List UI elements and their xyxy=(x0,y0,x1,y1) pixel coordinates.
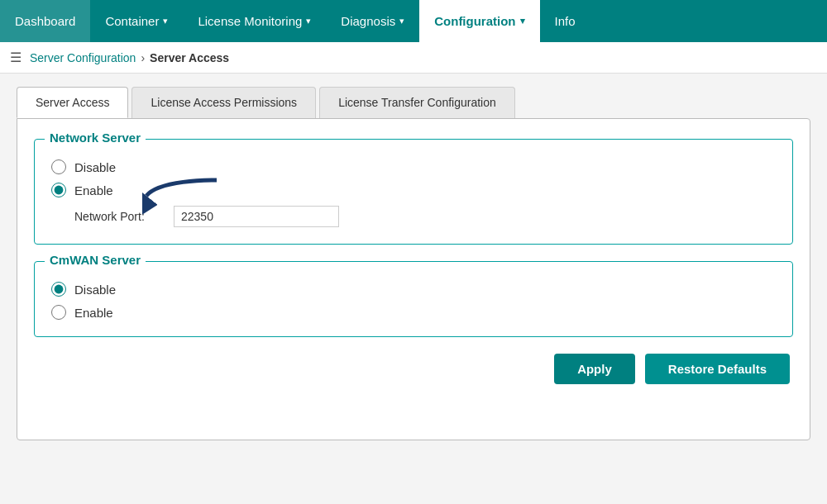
chevron-down-icon: ▾ xyxy=(520,16,525,26)
network-server-enable-radio[interactable] xyxy=(51,183,66,197)
main-content: Server Access License Access Permissions… xyxy=(0,74,827,454)
network-server-disable-label: Disable xyxy=(74,160,116,174)
chevron-down-icon: ▾ xyxy=(163,16,168,26)
nav-dashboard[interactable]: Dashboard xyxy=(0,0,90,42)
cmwan-server-section: CmWAN Server Disable Enable xyxy=(34,261,793,337)
cmwan-server-disable-radio[interactable] xyxy=(51,282,66,297)
tab-panel-server-access: Network Server Disable Enable xyxy=(17,118,810,440)
network-server-disable-radio[interactable] xyxy=(51,159,66,174)
network-server-section: Network Server Disable Enable xyxy=(34,139,793,245)
network-server-enable-row: Enable xyxy=(51,183,776,197)
cmwan-server-radio-group: Disable Enable xyxy=(51,282,776,320)
restore-defaults-button[interactable]: Restore Defaults xyxy=(645,354,790,384)
tab-bar: Server Access License Access Permissions… xyxy=(17,87,810,118)
server-config-icon: ☰ xyxy=(10,50,22,65)
nav-info[interactable]: Info xyxy=(540,0,590,42)
nav-diagnosis[interactable]: Diagnosis ▾ xyxy=(326,0,419,42)
nav-container[interactable]: Container ▾ xyxy=(90,0,183,42)
apply-button[interactable]: Apply xyxy=(554,354,635,384)
cmwan-server-enable-row: Enable xyxy=(51,305,776,320)
chevron-down-icon: ▾ xyxy=(306,16,311,26)
breadcrumb-separator: › xyxy=(141,51,145,64)
breadcrumb: ☰ Server Configuration › Server Access xyxy=(0,42,827,74)
cmwan-server-disable-row: Disable xyxy=(51,282,776,297)
tab-server-access[interactable]: Server Access xyxy=(17,87,128,118)
arrow-annotation xyxy=(142,176,225,216)
cmwan-server-enable-radio[interactable] xyxy=(51,305,66,320)
cmwan-server-enable-label: Enable xyxy=(74,306,113,320)
breadcrumb-current: Server Access xyxy=(150,51,229,64)
network-server-disable-row: Disable xyxy=(51,159,776,174)
tab-license-transfer-configuration[interactable]: License Transfer Configuration xyxy=(319,87,515,118)
tab-license-access-permissions[interactable]: License Access Permissions xyxy=(131,87,316,118)
breadcrumb-parent[interactable]: Server Configuration xyxy=(30,51,136,64)
button-row: Apply Restore Defaults xyxy=(34,354,793,384)
network-server-radio-group: Disable Enable xyxy=(51,159,776,197)
cmwan-server-disable-label: Disable xyxy=(74,283,116,297)
network-server-legend: Network Server xyxy=(45,131,146,145)
navbar: Dashboard Container ▾ License Monitoring… xyxy=(0,0,827,42)
nav-license-monitoring[interactable]: License Monitoring ▾ xyxy=(183,0,326,42)
chevron-down-icon: ▾ xyxy=(399,16,404,26)
cmwan-server-legend: CmWAN Server xyxy=(45,253,146,267)
network-server-enable-label: Enable xyxy=(74,183,113,197)
nav-configuration[interactable]: Configuration ▾ xyxy=(419,0,539,42)
